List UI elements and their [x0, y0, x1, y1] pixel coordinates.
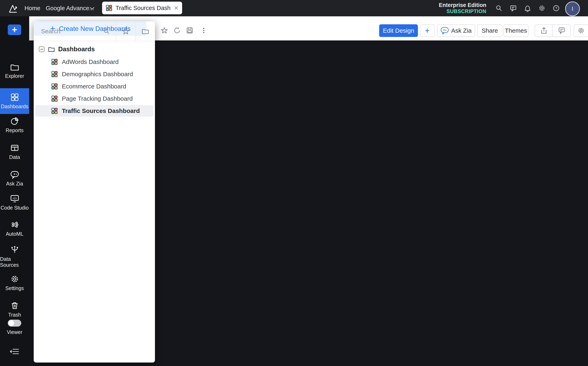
notifications-bell-icon[interactable]	[524, 5, 531, 12]
close-icon[interactable]	[173, 5, 179, 11]
collapse-sidebar-icon[interactable]	[10, 348, 20, 355]
toggle-knob	[8, 320, 14, 326]
sidebar-item-data[interactable]: Data	[0, 143, 29, 160]
top-bar: Home Google Advance... Traffic Sources D…	[0, 0, 588, 16]
folders-view-button[interactable]	[136, 28, 155, 35]
more-options-kebab-icon[interactable]	[200, 27, 207, 34]
tree-item-traffic-sources-dashboard[interactable]: Traffic Sources Dashboard	[35, 105, 153, 117]
sidebar-item-code-studio[interactable]: </>Code Studio	[0, 194, 29, 211]
comments-button[interactable]	[553, 27, 570, 34]
sidebar-item-trash[interactable]: Trash	[0, 301, 29, 318]
dashboard-grid-icon	[51, 95, 58, 102]
app-logo-icon[interactable]	[8, 3, 18, 14]
workspace-name: Google Advance...	[46, 5, 94, 11]
sidebar-create-button[interactable]: +	[8, 24, 21, 35]
sidebar-item-data-sources[interactable]: Data Sources	[0, 245, 29, 268]
favorites-filter-button[interactable]	[116, 28, 135, 35]
export-button[interactable]	[535, 27, 552, 34]
collapse-minus-icon[interactable]	[38, 46, 45, 52]
edition-badge: Enterprise Edition SUBSCRIPTION	[439, 2, 486, 14]
search-input[interactable]: Search	[41, 28, 103, 35]
folder-icon	[142, 28, 149, 35]
sidebar-item-explorer[interactable]: Explorer	[0, 63, 29, 79]
add-widget-button[interactable]: +	[420, 24, 435, 37]
gear-icon	[10, 274, 19, 283]
comment-icon	[558, 27, 565, 34]
tree-item-demographics-dashboard[interactable]: Demographics Dashboard	[35, 69, 153, 80]
dashboard-grid-icon	[51, 70, 58, 78]
automl-icon	[10, 220, 19, 229]
save-icon[interactable]	[186, 27, 193, 34]
viewer-toggle-label: Viewer	[0, 329, 29, 335]
nav-home[interactable]: Home	[24, 0, 40, 16]
avatar-initial: I	[572, 5, 573, 12]
gear-icon	[577, 27, 585, 34]
left-sidebar: + ExplorerDashboardsReportsDataAsk Zia</…	[0, 16, 29, 366]
edition-name: Enterprise Edition	[439, 2, 486, 8]
avatar[interactable]: I	[565, 1, 580, 16]
svg-text:?: ?	[555, 6, 557, 10]
dashboard-grid-icon	[51, 107, 58, 114]
trash-icon	[10, 301, 19, 310]
tree-root-label: Dashboards	[58, 46, 95, 53]
tab-traffic-sources-dashboard[interactable]: Traffic Sources Dash...	[102, 2, 182, 14]
table-icon	[10, 143, 19, 152]
data-sources-icon	[10, 245, 19, 254]
gear-icon[interactable]	[538, 5, 545, 12]
sidebar-item-settings[interactable]: Settings	[0, 274, 29, 291]
svg-text:</>: </>	[12, 197, 17, 200]
tree-item-ecommerce-dashboard[interactable]: Ecommerce Dashboard	[35, 81, 153, 92]
dashboard-grid-icon	[51, 83, 58, 90]
sidebar-item-dashboards[interactable]: Dashboards	[0, 88, 29, 114]
dashboard-settings-button[interactable]	[574, 24, 588, 37]
sidebar-item-automl[interactable]: AutoML	[0, 220, 29, 237]
code-icon: </>	[10, 194, 19, 203]
pie-chart-icon	[10, 117, 19, 126]
viewer-toggle[interactable]	[8, 320, 21, 327]
dashboard-grid-icon	[105, 4, 113, 12]
tree-item-page-tracking-dashboard[interactable]: Page Tracking Dashboard	[35, 93, 153, 104]
tab-title: Traffic Sources Dash...	[116, 5, 171, 11]
folder-icon	[48, 46, 55, 52]
search-icon[interactable]	[495, 5, 503, 12]
help-icon[interactable]: ?	[552, 5, 560, 12]
export-icon	[540, 27, 547, 34]
dashboard-grid-icon	[51, 58, 58, 66]
zia-icon	[441, 27, 449, 34]
edit-design-button[interactable]: Edit Design	[379, 24, 418, 37]
feedback-icon[interactable]	[510, 5, 517, 12]
chevron-down-icon	[90, 7, 95, 10]
dashboards-grid-icon	[10, 93, 19, 102]
refresh-icon[interactable]	[173, 27, 181, 34]
subscription-label: SUBSCRIPTION	[439, 8, 486, 14]
export-comment-group	[535, 24, 571, 37]
ask-zia-button[interactable]: Ask Zia	[437, 24, 475, 37]
favorite-star-icon[interactable]	[161, 27, 168, 34]
dashboards-explorer-panel: Search Dashboards AdWords DashboardDemog…	[34, 22, 155, 363]
workspace-switcher[interactable]: Google Advance...	[46, 0, 94, 16]
panel-search-row: Search	[34, 22, 155, 41]
sidebar-item-ask-zia[interactable]: Ask Zia	[0, 170, 29, 187]
tree-node-dashboards[interactable]: Dashboards	[38, 46, 95, 53]
star-icon	[122, 28, 129, 35]
tree-item-adwords-dashboard[interactable]: AdWords Dashboard	[35, 56, 153, 68]
share-button[interactable]: Share	[477, 24, 502, 37]
themes-button[interactable]: Themes	[504, 24, 528, 37]
folder-icon	[10, 63, 19, 71]
sidebar-item-reports[interactable]: Reports	[0, 117, 29, 133]
chat-sparkle-icon	[10, 170, 19, 179]
search-icon[interactable]	[103, 28, 110, 35]
